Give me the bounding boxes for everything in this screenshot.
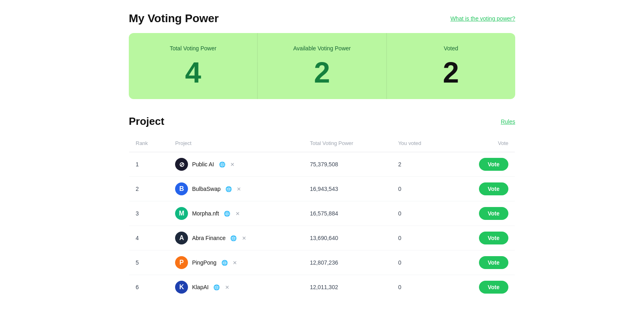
row-you-voted: 0 xyxy=(392,201,448,226)
vote-button[interactable]: Vote xyxy=(479,256,508,269)
total-voting-power-label: Total Voting Power xyxy=(170,45,217,52)
project-section-title: Project xyxy=(129,115,164,128)
row-vote-cell: Vote xyxy=(448,226,515,251)
project-icons: 🌐 ✕ xyxy=(213,283,231,291)
row-project-cell: ⊘ Public AI 🌐 ✕ xyxy=(169,152,303,177)
globe-icon[interactable]: 🌐 xyxy=(213,283,221,291)
project-name: Abra Finance xyxy=(192,235,225,241)
x-icon[interactable]: ✕ xyxy=(223,283,231,291)
available-voting-power-label: Available Voting Power xyxy=(293,45,351,52)
row-you-voted: 0 xyxy=(392,251,448,275)
globe-icon[interactable]: 🌐 xyxy=(229,234,237,242)
project-cell: ⊘ Public AI 🌐 ✕ xyxy=(175,158,297,171)
row-rank: 5 xyxy=(129,251,169,275)
row-rank: 6 xyxy=(129,275,169,300)
table-row: 2 B BulbaSwap 🌐 ✕ 16,943,543 0 Vote xyxy=(129,177,515,201)
table-row: 4 A Abra Finance 🌐 ✕ 13,690,640 0 Vote xyxy=(129,226,515,251)
rules-link[interactable]: Rules xyxy=(501,118,515,125)
x-icon[interactable]: ✕ xyxy=(229,160,237,168)
row-total-voting-power: 13,690,640 xyxy=(303,226,392,251)
table-header-row: Rank Project Total Voting Power You vote… xyxy=(129,135,515,152)
x-icon[interactable]: ✕ xyxy=(240,234,248,242)
row-project-cell: P PingPong 🌐 ✕ xyxy=(169,251,303,275)
table-row: 1 ⊘ Public AI 🌐 ✕ 75,379,508 2 Vote xyxy=(129,152,515,177)
project-name: KlapAI xyxy=(192,284,208,290)
page-header: My Voting Power What is the voting power… xyxy=(129,12,515,25)
globe-icon[interactable]: 🌐 xyxy=(221,259,229,267)
row-total-voting-power: 12,807,236 xyxy=(303,251,392,275)
x-icon[interactable]: ✕ xyxy=(233,209,242,217)
row-vote-cell: Vote xyxy=(448,152,515,177)
voted-label: Voted xyxy=(444,45,458,52)
vote-button[interactable]: Vote xyxy=(479,182,508,195)
row-vote-cell: Vote xyxy=(448,275,515,300)
row-total-voting-power: 75,379,508 xyxy=(303,152,392,177)
globe-icon[interactable]: 🌐 xyxy=(225,185,233,193)
table-row: 5 P PingPong 🌐 ✕ 12,807,236 0 Vote xyxy=(129,251,515,275)
project-name: Public AI xyxy=(192,161,214,168)
vote-button[interactable]: Vote xyxy=(479,281,508,294)
voted-value: 2 xyxy=(443,58,459,87)
voting-power-link[interactable]: What is the voting power? xyxy=(450,15,515,22)
row-you-voted: 0 xyxy=(392,177,448,201)
project-logo: A xyxy=(175,232,188,244)
project-icons: 🌐 ✕ xyxy=(225,185,243,193)
stats-card: Total Voting Power 4 Available Voting Po… xyxy=(129,33,515,99)
total-voting-power-value: 4 xyxy=(185,58,201,87)
project-logo: K xyxy=(175,281,188,294)
row-you-voted: 0 xyxy=(392,226,448,251)
project-cell: A Abra Finance 🌐 ✕ xyxy=(175,232,297,244)
row-rank: 3 xyxy=(129,201,169,226)
table-row: 6 K KlapAI 🌐 ✕ 12,011,302 0 Vote xyxy=(129,275,515,300)
page-title: My Voting Power xyxy=(129,12,219,25)
project-logo: ⊘ xyxy=(175,158,188,171)
project-name: Morpha.nft xyxy=(192,210,219,217)
project-name: PingPong xyxy=(192,259,217,266)
row-you-voted: 2 xyxy=(392,152,448,177)
row-vote-cell: Vote xyxy=(448,201,515,226)
col-project: Project xyxy=(169,135,303,152)
project-logo: P xyxy=(175,256,188,269)
vote-button[interactable]: Vote xyxy=(479,207,508,220)
col-you-voted: You voted xyxy=(392,135,448,152)
total-voting-power-block: Total Voting Power 4 xyxy=(129,33,258,99)
project-logo: M xyxy=(175,207,188,220)
vote-button[interactable]: Vote xyxy=(479,158,508,171)
table-row: 3 M Morpha.nft 🌐 ✕ 16,575,884 0 Vote xyxy=(129,201,515,226)
project-icons: 🌐 ✕ xyxy=(223,209,242,217)
project-icons: 🌐 ✕ xyxy=(221,259,239,267)
row-you-voted: 0 xyxy=(392,275,448,300)
project-name: BulbaSwap xyxy=(192,186,221,192)
row-rank: 1 xyxy=(129,152,169,177)
row-rank: 4 xyxy=(129,226,169,251)
project-cell: M Morpha.nft 🌐 ✕ xyxy=(175,207,297,220)
row-vote-cell: Vote xyxy=(448,251,515,275)
row-rank: 2 xyxy=(129,177,169,201)
row-vote-cell: Vote xyxy=(448,177,515,201)
x-icon[interactable]: ✕ xyxy=(231,259,239,267)
vote-button[interactable]: Vote xyxy=(479,232,508,244)
available-voting-power-block: Available Voting Power 2 xyxy=(258,33,386,99)
row-total-voting-power: 16,943,543 xyxy=(303,177,392,201)
globe-icon[interactable]: 🌐 xyxy=(223,209,231,217)
x-icon[interactable]: ✕ xyxy=(235,185,243,193)
project-icons: 🌐 ✕ xyxy=(229,234,248,242)
globe-icon[interactable]: 🌐 xyxy=(218,160,226,168)
row-project-cell: M Morpha.nft 🌐 ✕ xyxy=(169,201,303,226)
project-logo: B xyxy=(175,182,188,195)
page-container: My Voting Power What is the voting power… xyxy=(121,0,523,312)
row-project-cell: A Abra Finance 🌐 ✕ xyxy=(169,226,303,251)
col-vote: Vote xyxy=(448,135,515,152)
project-cell: P PingPong 🌐 ✕ xyxy=(175,256,297,269)
row-total-voting-power: 16,575,884 xyxy=(303,201,392,226)
col-total-voting-power: Total Voting Power xyxy=(303,135,392,152)
project-icons: 🌐 ✕ xyxy=(218,160,237,168)
available-voting-power-value: 2 xyxy=(314,58,330,87)
row-total-voting-power: 12,011,302 xyxy=(303,275,392,300)
project-table: Rank Project Total Voting Power You vote… xyxy=(129,134,515,300)
col-rank: Rank xyxy=(129,135,169,152)
row-project-cell: K KlapAI 🌐 ✕ xyxy=(169,275,303,300)
voted-block: Voted 2 xyxy=(387,33,515,99)
project-cell: B BulbaSwap 🌐 ✕ xyxy=(175,182,297,195)
project-cell: K KlapAI 🌐 ✕ xyxy=(175,281,297,294)
